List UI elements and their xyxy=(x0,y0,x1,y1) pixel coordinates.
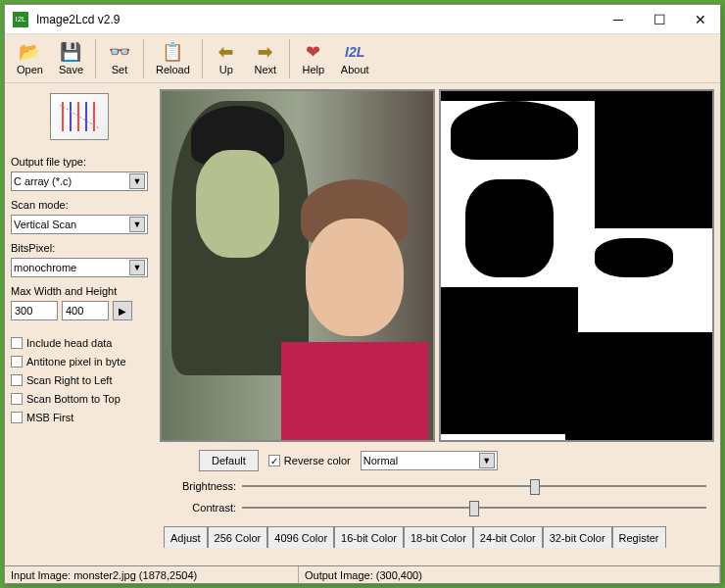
scan-btt-checkbox[interactable]: Scan Bottom to Top xyxy=(11,393,148,405)
statusbar: Input Image: monster2.jpg (1878,2504) Ou… xyxy=(5,565,720,583)
checkbox-icon xyxy=(11,337,23,349)
checkbox-icon: ✓ xyxy=(268,455,280,466)
msb-first-checkbox[interactable]: MSB First xyxy=(11,412,148,423)
output-image-status: Output Image: (300,400) xyxy=(299,566,720,583)
brightness-slider[interactable] xyxy=(242,477,706,495)
output-preview xyxy=(439,89,714,442)
contrast-label: Contrast: xyxy=(168,502,236,514)
help-button[interactable]: ❤ Help xyxy=(294,37,333,80)
separator xyxy=(289,39,290,78)
tab-adjust[interactable]: Adjust xyxy=(164,526,208,548)
save-button[interactable]: 💾 Save xyxy=(51,37,91,80)
arrow-right-icon: ➡ xyxy=(258,41,272,63)
open-button[interactable]: 📂 Open xyxy=(9,37,51,80)
next-button[interactable]: ➡ Next xyxy=(246,37,285,80)
window-title: Image2Lcd v2.9 xyxy=(36,13,606,26)
output-mode-select[interactable]: Normal ▼ xyxy=(361,451,498,470)
max-height-input[interactable] xyxy=(62,301,109,320)
set-button[interactable]: 👓 Set xyxy=(100,37,139,80)
up-button[interactable]: ⬅ Up xyxy=(207,37,246,80)
contrast-slider[interactable] xyxy=(242,499,706,516)
brightness-row: Brightness: xyxy=(160,475,714,497)
reload-button[interactable]: 📋 Reload xyxy=(148,37,198,80)
about-icon: I2L xyxy=(345,41,364,63)
separator xyxy=(95,39,96,78)
open-icon: 📂 xyxy=(19,41,40,63)
dropdown-icon: ▼ xyxy=(129,260,145,275)
input-preview xyxy=(160,89,435,442)
checkbox-icon xyxy=(11,356,23,368)
tabs-row: Adjust 256 Color 4096 Color 16-bit Color… xyxy=(160,526,714,548)
apply-size-button[interactable]: ▶ xyxy=(113,301,132,320)
controls-row: Default ✓ Reverse color Normal ▼ xyxy=(160,442,714,475)
arrow-left-icon: ⬅ xyxy=(218,41,233,63)
tab-24bit-color[interactable]: 24-bit Color xyxy=(473,526,543,548)
tab-16bit-color[interactable]: 16-bit Color xyxy=(334,526,404,548)
help-icon: ❤ xyxy=(306,41,320,63)
maximize-button[interactable]: ☐ xyxy=(648,8,671,31)
dropdown-icon: ▼ xyxy=(129,217,145,232)
input-image-status: Input Image: monster2.jpg (1878,2504) xyxy=(5,566,299,583)
scan-pattern-icon[interactable] xyxy=(50,93,109,140)
tab-register[interactable]: Register xyxy=(612,526,666,548)
maxwh-label: Max Width and Height xyxy=(11,285,148,297)
slider-thumb[interactable] xyxy=(469,501,479,516)
contrast-row: Contrast: xyxy=(160,497,714,518)
save-icon: 💾 xyxy=(60,41,81,63)
main-panel: Default ✓ Reverse color Normal ▼ Brightn… xyxy=(154,83,720,565)
include-head-checkbox[interactable]: Include head data xyxy=(11,337,148,349)
dropdown-icon: ▼ xyxy=(479,453,495,468)
about-button[interactable]: I2L About xyxy=(333,37,377,80)
app-icon: I2L xyxy=(13,12,28,27)
separator xyxy=(202,39,203,78)
dropdown-icon: ▼ xyxy=(129,173,145,189)
minimize-button[interactable]: ─ xyxy=(606,8,630,31)
set-icon: 👓 xyxy=(109,41,130,63)
separator xyxy=(143,39,144,78)
checkbox-icon xyxy=(11,393,23,405)
antitone-checkbox[interactable]: Antitone pixel in byte xyxy=(11,356,148,368)
content-area: Output file type: C array (*.c) ▼ Scan m… xyxy=(5,83,720,565)
bitspixel-label: BitsPixel: xyxy=(11,242,148,254)
brightness-label: Brightness: xyxy=(168,480,236,492)
reload-icon: 📋 xyxy=(162,41,183,63)
app-window: I2L Image2Lcd v2.9 ─ ☐ ✕ 📂 Open 💾 Save 👓… xyxy=(4,4,721,584)
checkbox-icon xyxy=(11,412,23,423)
output-type-select[interactable]: C array (*.c) ▼ xyxy=(11,172,148,191)
titlebar: I2L Image2Lcd v2.9 ─ ☐ ✕ xyxy=(5,5,720,34)
sidebar: Output file type: C array (*.c) ▼ Scan m… xyxy=(5,83,154,565)
tab-4096-color[interactable]: 4096 Color xyxy=(267,526,334,548)
output-type-label: Output file type: xyxy=(11,156,148,168)
tab-18bit-color[interactable]: 18-bit Color xyxy=(404,526,473,548)
toolbar: 📂 Open 💾 Save 👓 Set 📋 Reload ⬅ Up ➡ Next… xyxy=(5,34,720,83)
close-button[interactable]: ✕ xyxy=(689,8,712,31)
tab-32bit-color[interactable]: 32-bit Color xyxy=(543,526,612,548)
preview-row xyxy=(160,89,714,442)
scan-mode-select[interactable]: Vertical Scan ▼ xyxy=(11,215,148,234)
slider-thumb[interactable] xyxy=(530,479,540,495)
reverse-color-checkbox[interactable]: ✓ Reverse color xyxy=(268,455,351,466)
tab-256-color[interactable]: 256 Color xyxy=(208,526,268,548)
bitspixel-select[interactable]: monochrome ▼ xyxy=(11,258,148,277)
default-button[interactable]: Default xyxy=(199,450,259,471)
max-width-input[interactable] xyxy=(11,301,58,320)
checkbox-icon xyxy=(11,374,23,386)
scan-mode-label: Scan mode: xyxy=(11,199,148,211)
scan-rtl-checkbox[interactable]: Scan Right to Left xyxy=(11,374,148,386)
